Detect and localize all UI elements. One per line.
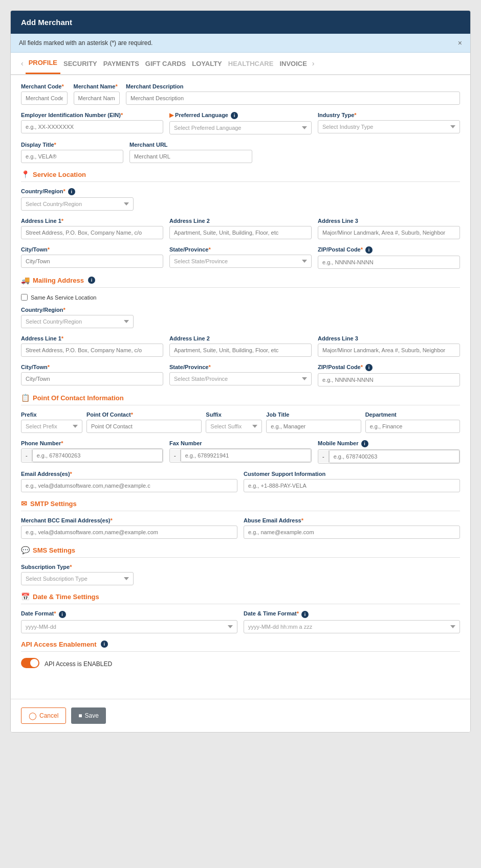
same-as-service-checkbox[interactable] bbox=[21, 294, 28, 301]
mobile-prefix[interactable]: - bbox=[318, 450, 329, 463]
tab-next-arrow[interactable]: › bbox=[310, 55, 317, 72]
pref-lang-select[interactable]: Select Preferred Language bbox=[169, 121, 312, 134]
ma-zip-info-icon[interactable]: i bbox=[365, 364, 373, 371]
sl-addr2-input[interactable] bbox=[169, 226, 312, 239]
email-input[interactable] bbox=[21, 479, 237, 492]
ein-input[interactable] bbox=[21, 120, 163, 133]
smtp-row: Merchant BCC Email Address(es)* Abuse Em… bbox=[21, 517, 460, 539]
sl-state-group: State/Province* Select State/Province bbox=[169, 246, 312, 269]
ma-zip-input[interactable] bbox=[318, 373, 460, 386]
date-format-label: Date Format* i bbox=[21, 610, 237, 618]
tab-gift-cards[interactable]: GIFT CARDS bbox=[142, 54, 189, 74]
prefix-select[interactable]: Select Prefix bbox=[21, 420, 82, 433]
ein-group: Employer Identification Number (EIN)* bbox=[21, 112, 163, 134]
prefix-group: Prefix Select Prefix bbox=[21, 412, 82, 433]
phone-field[interactable]: - bbox=[21, 448, 163, 463]
ma-addr1-input[interactable] bbox=[21, 344, 163, 357]
display-url-row: Display Title* Merchant URL bbox=[21, 142, 460, 163]
abuse-email-input[interactable] bbox=[244, 526, 460, 539]
pref-lang-info-icon[interactable]: i bbox=[231, 112, 238, 119]
job-title-input[interactable] bbox=[266, 420, 361, 433]
api-toggle[interactable] bbox=[21, 658, 39, 668]
display-title-input[interactable] bbox=[21, 150, 123, 163]
merchant-basic-row: Merchant Code* Merchant Name* Merchant D… bbox=[21, 83, 460, 105]
mobile-field[interactable]: - bbox=[318, 449, 460, 464]
datetime-format-info-icon[interactable]: i bbox=[301, 611, 309, 618]
phone-input[interactable] bbox=[32, 449, 163, 462]
ma-addr3-input[interactable] bbox=[318, 344, 460, 357]
sl-addr1-input[interactable] bbox=[21, 226, 163, 239]
ma-state-group: State/Province* Select State/Province bbox=[169, 364, 312, 386]
sl-zip-input[interactable] bbox=[318, 256, 460, 269]
ma-country-row: Country/Region* Select Country/Region bbox=[21, 307, 460, 328]
close-icon[interactable]: × bbox=[458, 39, 462, 47]
sl-country-row: Country/Region* i Select Country/Region bbox=[21, 188, 460, 211]
sub-type-select[interactable]: Select Subscription Type bbox=[21, 572, 134, 585]
datetime-format-select[interactable]: yyyy-MM-dd hh:mm a zzz bbox=[244, 620, 460, 633]
suffix-select[interactable]: Select Suffix bbox=[206, 420, 262, 433]
phone-label: Phone Number* bbox=[21, 440, 163, 446]
tab-profile[interactable]: PROFILE bbox=[26, 53, 60, 74]
ma-state-select[interactable]: Select State/Province bbox=[169, 372, 312, 385]
sub-type-label: Subscription Type* bbox=[21, 564, 134, 570]
cancel-button[interactable]: ◯ Cancel bbox=[21, 707, 66, 724]
info-bar: All fields marked with an asterisk (*) a… bbox=[11, 34, 470, 53]
sl-city-group: City/Town* bbox=[21, 246, 163, 269]
support-input[interactable] bbox=[244, 479, 460, 492]
merchant-name-input[interactable] bbox=[74, 92, 120, 105]
merchant-code-input[interactable] bbox=[21, 92, 68, 105]
merchant-desc-input[interactable] bbox=[126, 92, 460, 105]
fax-input[interactable] bbox=[181, 449, 311, 462]
fax-field[interactable]: - bbox=[169, 448, 312, 463]
tab-loyalty[interactable]: LOYALTY bbox=[189, 54, 225, 74]
ma-addr2-input[interactable] bbox=[169, 344, 312, 357]
sl-addr2-label: Address Line 2 bbox=[169, 218, 312, 224]
bcc-input[interactable] bbox=[21, 526, 237, 539]
ma-country-select[interactable]: Select Country/Region bbox=[21, 315, 134, 328]
mobile-input[interactable] bbox=[329, 450, 460, 463]
sl-zip-group: ZIP/Postal Code* i bbox=[318, 246, 460, 269]
sl-country-info-icon[interactable]: i bbox=[68, 188, 75, 195]
ein-label: Employer Identification Number (EIN)* bbox=[21, 112, 163, 118]
prefix-label: Prefix bbox=[21, 412, 82, 418]
pref-lang-label: ▶ Preferred Language i bbox=[169, 112, 312, 119]
tab-security[interactable]: SECURITY bbox=[60, 54, 100, 74]
fax-group: Fax Number - bbox=[169, 440, 312, 464]
dept-input[interactable] bbox=[365, 420, 460, 433]
fax-prefix[interactable]: - bbox=[170, 449, 181, 462]
phone-prefix[interactable]: - bbox=[21, 449, 32, 462]
merchant-url-input[interactable] bbox=[129, 150, 252, 163]
api-info-icon[interactable]: i bbox=[101, 641, 108, 648]
tab-invoice[interactable]: INVOICE bbox=[276, 54, 310, 74]
ma-city-group: City/Town* bbox=[21, 364, 163, 386]
sl-addr3-input[interactable] bbox=[318, 226, 460, 239]
mailing-info-icon[interactable]: i bbox=[88, 277, 95, 284]
sub-type-group: Subscription Type* Select Subscription T… bbox=[21, 564, 134, 585]
merchant-name-group: Merchant Name* bbox=[74, 83, 120, 105]
ma-city-row: City/Town* State/Province* Select State/… bbox=[21, 364, 460, 386]
mobile-label: Mobile Number i bbox=[318, 440, 460, 447]
tab-healthcare[interactable]: HEALTHCARE bbox=[225, 54, 277, 74]
mobile-info-icon[interactable]: i bbox=[361, 440, 368, 447]
datetime-format-group: Date & Time Format* i yyyy-MM-dd hh:mm a… bbox=[244, 610, 460, 633]
sms-section-title: 💬 SMS Settings bbox=[21, 546, 460, 558]
sl-zip-info-icon[interactable]: i bbox=[365, 246, 373, 254]
phone-row: Phone Number* - Fax Number - bbox=[21, 440, 460, 464]
tab-payments[interactable]: PAYMENTS bbox=[100, 54, 142, 74]
poc-name-input[interactable] bbox=[86, 420, 202, 433]
sl-country-select[interactable]: Select Country/Region bbox=[21, 197, 134, 211]
date-format-select[interactable]: yyyy-MM-dd bbox=[21, 620, 237, 633]
sl-state-select[interactable]: Select State/Province bbox=[169, 255, 312, 268]
sl-city-input[interactable] bbox=[21, 255, 163, 268]
tabs-bar: ‹ PROFILE SECURITY PAYMENTS GIFT CARDS L… bbox=[11, 53, 470, 75]
sl-country-group: Country/Region* i Select Country/Region bbox=[21, 188, 134, 211]
merchant-code-group: Merchant Code* bbox=[21, 83, 68, 105]
ma-addr1-label: Address Line 1* bbox=[21, 335, 163, 341]
save-button[interactable]: ■ Save bbox=[71, 707, 106, 724]
sl-addr2-group: Address Line 2 bbox=[169, 218, 312, 239]
date-format-info-icon[interactable]: i bbox=[59, 611, 66, 618]
industry-type-select[interactable]: Select Industry Type bbox=[318, 120, 460, 133]
datetime-section-title: 📅 Date & Time Settings bbox=[21, 592, 460, 604]
tab-prev-arrow[interactable]: ‹ bbox=[19, 55, 26, 72]
ma-city-input[interactable] bbox=[21, 372, 163, 385]
